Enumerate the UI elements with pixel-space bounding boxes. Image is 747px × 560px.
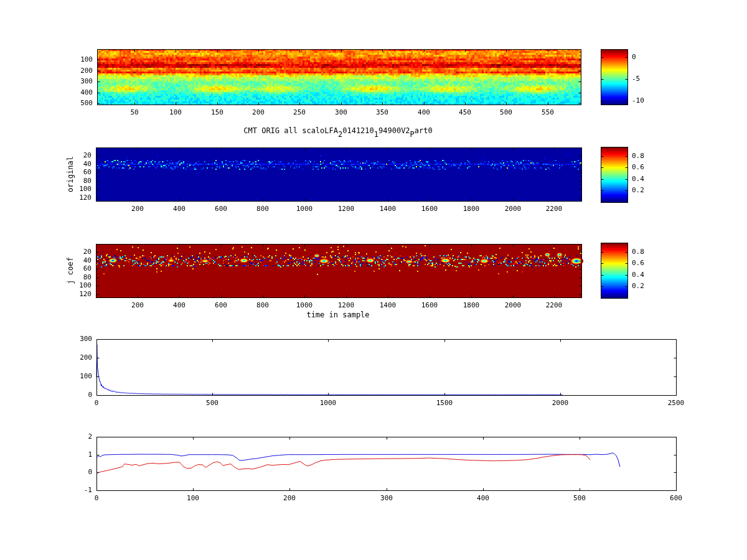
tick-label: -10 (632, 96, 644, 105)
tick-label: 2200 (532, 205, 576, 213)
tick-label: 0 (75, 399, 118, 407)
tick-label: 0 (49, 391, 92, 399)
tick-label: 600 (199, 301, 243, 309)
tick-label: 300 (49, 77, 93, 85)
tick-label: 600 (199, 205, 243, 213)
tick-label: 1000 (306, 399, 350, 407)
tick-label: 1600 (408, 205, 451, 213)
tick-label: 300 (319, 108, 363, 116)
tick-label: 0.8 (632, 248, 644, 256)
tick-label: 150 (195, 108, 239, 116)
tick-label: 2000 (491, 301, 535, 309)
title-segment: art0 (415, 126, 433, 135)
tick-label: 1800 (449, 205, 493, 213)
tick-label: 100 (49, 372, 92, 380)
tick-label: 1400 (366, 301, 410, 309)
tick-label: 0.2 (632, 282, 644, 290)
plot3-xlabel: time in sample (306, 310, 369, 319)
tick-label: 300 (365, 494, 408, 502)
tick-label: 500 (190, 399, 234, 407)
tick-label: 2 (49, 432, 92, 441)
tick-label: 0 (49, 468, 92, 476)
tick-label: 0.8 (632, 152, 644, 160)
tick-label: 500 (558, 494, 601, 502)
tick-label: 400 (157, 205, 201, 213)
tick-label: 20 (48, 151, 92, 159)
tick-label: 1200 (324, 301, 368, 309)
tick-label: 600 (654, 494, 698, 502)
tick-label: 100 (48, 185, 92, 193)
tick-label: 450 (443, 108, 487, 116)
tick-label: 1200 (324, 205, 368, 213)
plot-title: CMT ORIG all scaloLFA20141210194900V2Par… (243, 126, 432, 135)
tick-label: 0 (632, 53, 636, 61)
tick-label: 1600 (408, 301, 451, 309)
tick-label: 1400 (366, 205, 410, 213)
title-subscript: P (410, 130, 415, 139)
tick-label: 60 (48, 168, 92, 176)
tick-label: 2500 (654, 399, 698, 407)
tick-label: 200 (268, 494, 311, 502)
tick-label: 200 (116, 205, 159, 213)
tick-label: 120 (48, 194, 92, 202)
tick-label: 0.6 (632, 259, 644, 267)
tick-label: 100 (154, 108, 197, 116)
tick-label: 40 (48, 160, 92, 168)
tick-label: 100 (48, 281, 92, 289)
tick-label: 400 (157, 301, 201, 309)
tick-label: 2000 (491, 205, 535, 213)
tick-label: 0.4 (632, 271, 644, 279)
tick-label: 1000 (283, 205, 326, 213)
tick-label: 500 (49, 99, 93, 107)
tick-label: 300 (49, 335, 92, 343)
tick-label: 120 (48, 290, 92, 298)
tick-label: -1 (49, 486, 92, 494)
tick-label: 500 (484, 108, 528, 116)
tick-label: 350 (360, 108, 404, 116)
tick-label: 550 (526, 108, 570, 116)
title-subscript: 2 (338, 130, 342, 139)
tick-label: 800 (241, 301, 284, 309)
tick-label: 200 (237, 108, 280, 116)
tick-label: 80 (48, 273, 92, 281)
tick-label: 40 (48, 256, 92, 264)
title-segment: 0141210 (342, 126, 374, 135)
tick-label: 0.2 (632, 186, 644, 194)
tick-label: 1500 (423, 399, 466, 407)
tick-label: 250 (278, 108, 321, 116)
tick-label: 200 (49, 353, 92, 362)
title-segment: 94900V2 (378, 126, 410, 135)
tick-label: 20 (48, 248, 92, 256)
tick-label: 100 (171, 494, 215, 502)
tick-label: 400 (402, 108, 446, 116)
tick-label: 1800 (449, 301, 493, 309)
title-subscript: 1 (374, 130, 378, 139)
matlab-figure: CMT ORIG all scaloLFA20141210194900V2Par… (0, 0, 747, 560)
tick-label: 50 (113, 108, 156, 116)
title-segment: CMT ORIG all scaloLFA (243, 126, 338, 135)
tick-label: 2200 (532, 301, 576, 309)
tick-label: 0 (75, 494, 118, 502)
tick-label: 60 (48, 264, 92, 273)
tick-label: 80 (48, 177, 92, 185)
tick-label: 2000 (538, 399, 582, 407)
tick-label: 400 (461, 494, 505, 502)
tick-label: 1 (49, 450, 92, 459)
tick-label: 200 (49, 67, 93, 75)
tick-label: 400 (49, 88, 93, 96)
tick-label: 0.4 (632, 175, 644, 183)
tick-label: 1000 (283, 301, 326, 309)
tick-label: 0.6 (632, 163, 644, 171)
tick-label: 200 (116, 301, 159, 309)
tick-label: 800 (241, 205, 284, 213)
plots-canvas (0, 0, 747, 560)
tick-label: 100 (49, 55, 93, 63)
tick-label: -5 (632, 75, 640, 83)
